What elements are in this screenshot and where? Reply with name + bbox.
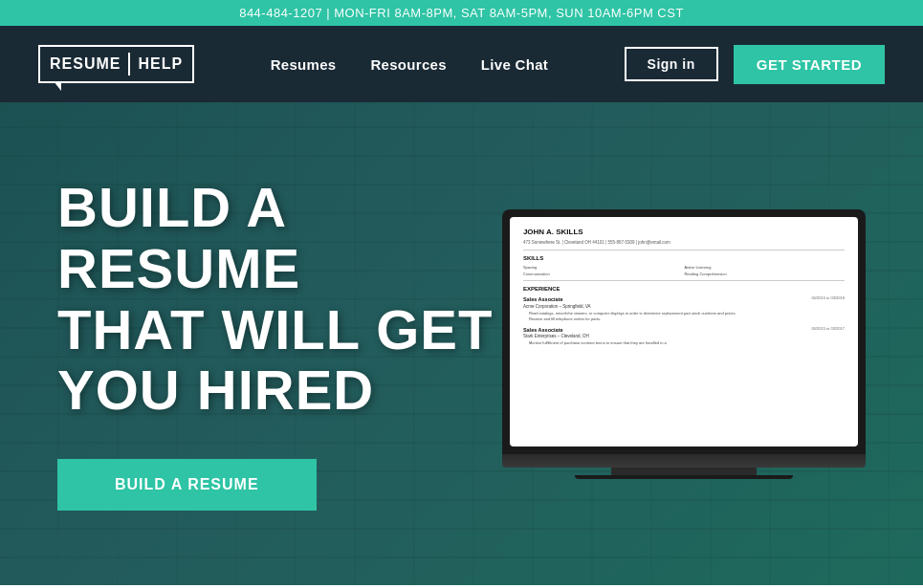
skill-1: Active Listening — [684, 265, 845, 271]
hero-text: BUILD A RESUME THAT WILL GET YOU HIRED B… — [57, 177, 502, 511]
top-bar-text: 844-484-1207 | MON-FRI 8AM-8PM, SAT 8AM-… — [239, 6, 684, 20]
logo-divider — [128, 53, 130, 76]
screen-inner: JOHN A. SKILLS 473 Somewhere St. | Cleve… — [510, 217, 858, 446]
skill-2: Communication — [523, 272, 684, 277]
hero-content: BUILD A RESUME THAT WILL GET YOU HIRED B… — [0, 177, 923, 511]
resume-divider-2 — [523, 280, 845, 281]
resume-job-0-bullet-1: Receive and fill telephone orders for pa… — [523, 316, 845, 322]
get-started-button[interactable]: GET STARTED — [734, 45, 885, 84]
hero-section: BUILD A RESUME THAT WILL GET YOU HIRED B… — [0, 102, 923, 585]
main-nav: Resumes Resources Live Chat — [271, 56, 548, 73]
top-bar: 844-484-1207 | MON-FRI 8AM-8PM, SAT 8AM-… — [0, 0, 923, 26]
logo-speech-bubble — [54, 81, 61, 91]
nav-item-live-chat[interactable]: Live Chat — [481, 56, 548, 73]
resume-job-1-bullet-0: Monitor fulfillment of purchase contract… — [523, 340, 845, 346]
laptop-screen: JOHN A. SKILLS 473 Somewhere St. | Cleve… — [502, 209, 866, 454]
signin-button[interactable]: Sign in — [625, 47, 718, 81]
laptop-stand — [611, 468, 757, 475]
resume-job-1: 04/2015 to 03/2017 Sales Associate Stark… — [523, 326, 845, 346]
skill-3: Reading Comprehension — [684, 272, 845, 277]
logo-resume-text: RESUME — [50, 55, 121, 73]
logo[interactable]: RESUME HELP — [38, 45, 194, 83]
resume-job-1-date: 04/2015 to 03/2017 — [811, 326, 844, 332]
nav-actions: Sign in GET STARTED — [625, 45, 885, 84]
nav-item-resources[interactable]: Resources — [370, 56, 446, 73]
skill-0: Spacing — [523, 265, 684, 271]
laptop-foot — [575, 475, 793, 479]
resume-job-0-company: Acme Corporation – Springfield, VA — [523, 304, 845, 311]
resume-contact: 473 Somewhere St. | Cleveland OH 44101 |… — [523, 240, 845, 247]
resume-job-0-date: 04/2015 to 03/2018 — [811, 295, 844, 301]
hero-title: BUILD A RESUME THAT WILL GET YOU HIRED — [57, 177, 502, 421]
resume-mockup: JOHN A. SKILLS 473 Somewhere St. | Cleve… — [510, 217, 858, 356]
resume-name: JOHN A. SKILLS — [523, 227, 845, 238]
logo-help-text: HELP — [138, 55, 183, 73]
laptop-mockup: JOHN A. SKILLS 473 Somewhere St. | Cleve… — [502, 209, 866, 479]
resume-job-0: 04/2015 to 03/2018 Sales Associate Acme … — [523, 295, 845, 321]
resume-job-0-title: Sales Associate — [523, 296, 563, 302]
resume-job-1-company: Stark Enterprises – Cleveland, OH — [523, 334, 845, 340]
nav-item-resumes[interactable]: Resumes — [271, 56, 337, 73]
laptop-base — [502, 454, 866, 468]
resume-section-skills: Skills — [523, 254, 845, 263]
resume-job-1-title: Sales Associate — [523, 327, 563, 333]
hero-title-line2: THAT WILL GET YOU HIRED — [57, 298, 493, 422]
header: RESUME HELP Resumes Resources Live Chat … — [0, 26, 923, 102]
resume-divider-1 — [523, 250, 845, 250]
hero-visual: JOHN A. SKILLS 473 Somewhere St. | Cleve… — [502, 209, 866, 479]
resume-section-experience: Experience — [523, 285, 845, 294]
build-resume-button[interactable]: BUILD A RESUME — [57, 459, 317, 511]
resume-skills-list: Spacing Active Listening Communication R… — [523, 265, 845, 277]
hero-title-line1: BUILD A RESUME — [57, 176, 300, 299]
